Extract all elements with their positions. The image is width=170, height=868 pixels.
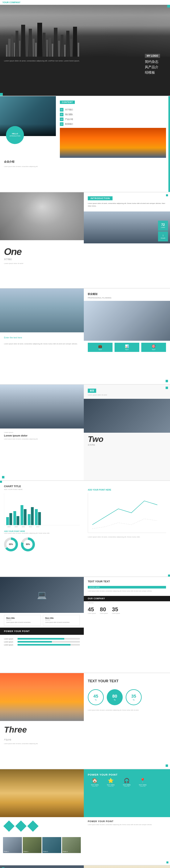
num-block-3: 35 Lorem ipsum: [112, 606, 120, 614]
slide5-small-label: Lorem ipsum: [4, 432, 80, 433]
sunset-photo2: [0, 673, 84, 721]
headphone-icon: 🎧: [120, 778, 134, 783]
one-big: One: [4, 246, 80, 257]
text-your-text: TEXT YOUR TEXT: [84, 577, 170, 586]
num-block-1: 45 Lorem ipsum: [88, 606, 96, 614]
chart-labels: 2019 2020 2021 2022 2023: [4, 525, 80, 528]
add-sub: Lorem ipsum dolor sit amet, consectetur …: [4, 532, 80, 534]
pp-label-2: TEXT HERE: [104, 784, 118, 785]
menu-label-1: 关于我们: [65, 108, 73, 111]
slide9-bottom-right: POWER YOUR POINT Lorem ipsum dolor sit a…: [84, 817, 170, 865]
bar-4a: [28, 514, 31, 525]
info-body-2: Lorem ipsum dolor sit amet consectetur.: [45, 621, 78, 623]
small-photo-4: Photo 4: [62, 837, 81, 853]
enter-text: Enter the text here: [0, 332, 84, 343]
slide-2: HELLO INTRODUCTION 企业介绍 Lorem ipsum dolo…: [0, 96, 170, 192]
bar-1b: [9, 513, 12, 525]
teal-sq-tl: [0, 481, 2, 483]
slide6-left: CHART TITLE ADD YOUR POINT HERE: [0, 481, 84, 577]
slide-6: CHART TITLE ADD YOUR POINT HERE: [0, 481, 170, 577]
teal-corner-tr: [166, 386, 168, 389]
three-big: Three: [0, 721, 84, 739]
desc-right: Lorem ipsum dolor sit amet, consectetur …: [84, 709, 170, 711]
stat-box-1: 72 Lorem: [158, 221, 168, 230]
slide-text: Slide text: [84, 601, 170, 604]
bar-1a: [6, 517, 9, 525]
teal-sq-br: [168, 575, 170, 577]
bar-group-1: [6, 513, 12, 525]
slide-8: Three 产品介绍 Lorem ipsum dolor sit amet, c…: [0, 673, 170, 769]
target-icon: 🎯: [143, 344, 164, 348]
num3-label: Lorem ipsum: [112, 613, 120, 614]
slide7-desc: Lorem ipsum dolor sit amet, consectetur …: [84, 589, 170, 594]
num-1: 45: [93, 694, 98, 699]
power-point-title: POWER YOUR POINT: [84, 769, 170, 778]
diamond-3: [28, 821, 38, 831]
pie-area: 65% 80%: [4, 537, 80, 551]
teal-corner-bl: [2, 476, 4, 478]
pp-label-1: TEXT HERE: [88, 784, 102, 785]
info-body-1: Lorem ipsum dolor sit amet consectetur.: [6, 621, 39, 623]
teal-sq-abs: [166, 765, 168, 767]
slide5-text-area: Lorem ipsum Lorem ipsum dolor Lorem ipsu…: [0, 429, 84, 443]
slide5-para: Lorem ipsum dolor sit amet, consectetur …: [4, 438, 80, 440]
bar-2a: [13, 511, 16, 525]
menu-num-4: 04: [60, 122, 63, 126]
slide7-right: TEXT YOUR TEXT ENTER HERE Lorem ipsum do…: [84, 577, 170, 673]
slide3-right: INTRODUCTION Lorem ipsum dolor sit amet,…: [84, 192, 170, 288]
bar-2b: [17, 516, 19, 525]
top-bar: YOUR COMPANY: [0, 0, 170, 5]
slide10-left: [0, 865, 84, 868]
logo-text: MY LOGO: [145, 54, 160, 58]
slide-10: TEXT YOUR TEXT Lorem ipsum dolor sit ame…: [0, 865, 170, 868]
menu-label-4: 联系我们: [65, 123, 73, 125]
bar-4b: [31, 507, 34, 525]
city3-photo: [0, 288, 84, 332]
pp-icon-3: 🎧 TEXT HERE Lorem text: [120, 778, 134, 787]
progress-area-left: Lorem ipsum Lorem ipsum Lorem ipsum: [0, 635, 84, 649]
pin-icon: 📍: [136, 778, 150, 783]
bar-3b: [24, 509, 27, 525]
chart-icon: 📊: [116, 344, 138, 348]
desc-para: Lorem ipsum dolor sit amet, consectetur …: [84, 824, 170, 826]
num1-label: Lorem ipsum: [88, 613, 96, 614]
one-text-block: One 关于我们 Lorem ipsum dolor sit amet: [0, 240, 84, 271]
info-box-2: Here title Sub text Lorem ipsum dolor si…: [43, 615, 80, 626]
progress-label-2: Lorem ipsum: [4, 641, 16, 643]
slide1-title: 简约杂志 风产品介 绍模板: [145, 59, 160, 75]
icon-label-1: TEXT: [89, 349, 111, 350]
progress-label-1: Lorem ipsum: [4, 638, 16, 640]
slide2-right: CONTENT 01 关于我们 02 我们团队 03 产品介绍 04 联系我们: [56, 96, 170, 192]
slide-9: POWER YOUR POINT 🏠 TEXT HERE Lorem text …: [0, 769, 170, 865]
photo-label-1: Photo 1: [4, 851, 8, 852]
num-circle-1: 45 %: [88, 689, 104, 705]
content-tag: CONTENT: [60, 100, 75, 104]
three-sub: 产品介绍: [0, 739, 84, 741]
info-title-2: Here title: [45, 617, 78, 619]
slide-5: Lorem ipsum Lorem ipsum dolor Lorem ipsu…: [0, 384, 170, 480]
city5-photo: [84, 399, 170, 433]
pp-label-3: TEXT HERE: [120, 784, 134, 785]
briefcase-icon: 💼: [89, 344, 111, 348]
photo-label-4: Photo 4: [63, 851, 68, 852]
slide5-right: 前言 Lorem ipsum dolor sit amet Two 正式开始: [84, 384, 170, 480]
progress-fill-3: [18, 644, 70, 646]
power-bar-left: POWER YOUR POINT: [0, 628, 84, 635]
small-photo-3: Photo 3: [42, 837, 61, 853]
pp-icon-2: ⭐ TEXT HERE Lorem text: [104, 778, 118, 787]
menu-item-3: 03 产品介绍: [60, 118, 166, 121]
pp-label-4: TEXT HERE: [136, 784, 150, 785]
bar-group-3: [21, 505, 27, 525]
num-2: 80: [112, 694, 117, 699]
teal-bar-right: [168, 96, 170, 192]
two-big: Two: [84, 433, 170, 444]
hello-circle: HELLO INTRODUCTION: [6, 126, 24, 144]
progress-fill-2: [18, 641, 52, 643]
slide9-bottom-left: Photo 1 Photo 2 Photo 3 Photo 4: [0, 817, 84, 865]
menu-label-2: 我们团队: [65, 113, 73, 116]
slide9-bottom: Photo 1 Photo 2 Photo 3 Photo 4 POWER YO…: [0, 817, 170, 865]
slide6-right: ADD YOUR POINT HERE Lorem ipsum dolor si…: [84, 481, 170, 577]
one-desc: Lorem ipsum dolor sit amet: [4, 262, 80, 265]
one-sub: 关于我们: [4, 258, 80, 261]
progress-row-3: Lorem ipsum: [4, 644, 80, 646]
